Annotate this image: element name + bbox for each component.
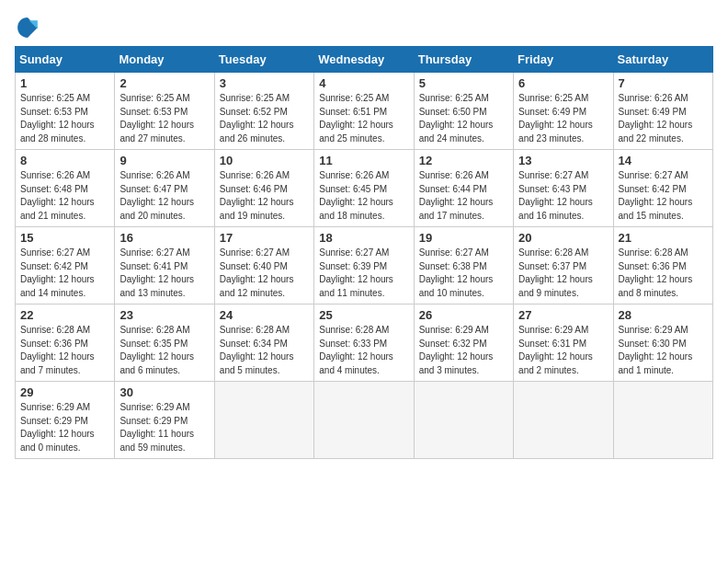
day-number: 10 [220, 154, 309, 167]
calendar-cell: 10Sunrise: 6:26 AMSunset: 6:46 PMDayligh… [214, 150, 313, 227]
calendar-cell: 22Sunrise: 6:28 AMSunset: 6:36 PMDayligh… [16, 304, 115, 382]
day-number: 5 [419, 76, 508, 90]
calendar-cell: 14Sunrise: 6:27 AMSunset: 6:42 PMDayligh… [613, 150, 712, 227]
day-number: 11 [319, 154, 408, 167]
day-number: 30 [119, 385, 209, 399]
day-number: 22 [20, 308, 109, 322]
calendar-cell: 27Sunrise: 6:29 AMSunset: 6:31 PMDayligh… [514, 304, 613, 382]
cell-content: Sunrise: 6:28 AMSunset: 6:36 PMDaylight:… [619, 247, 708, 300]
calendar-cell: 26Sunrise: 6:29 AMSunset: 6:32 PMDayligh… [414, 304, 513, 382]
week-row-2: 8Sunrise: 6:26 AMSunset: 6:48 PMDaylight… [16, 150, 713, 227]
header-sunday: Sunday [16, 47, 115, 73]
cell-content: Sunrise: 6:26 AMSunset: 6:48 PMDaylight:… [20, 169, 109, 223]
calendar-cell [613, 382, 712, 459]
cell-content: Sunrise: 6:25 AMSunset: 6:53 PMDaylight:… [119, 92, 209, 145]
calendar-table: SundayMondayTuesdayWednesdayThursdayFrid… [15, 46, 713, 459]
calendar-cell: 11Sunrise: 6:26 AMSunset: 6:45 PMDayligh… [314, 150, 414, 227]
calendar-cell: 28Sunrise: 6:29 AMSunset: 6:30 PMDayligh… [613, 304, 712, 382]
calendar-cell: 3Sunrise: 6:25 AMSunset: 6:52 PMDaylight… [214, 73, 313, 150]
header-wednesday: Wednesday [314, 47, 414, 73]
header-friday: Friday [514, 47, 613, 73]
day-number: 13 [518, 154, 608, 167]
cell-content: Sunrise: 6:27 AMSunset: 6:39 PMDaylight:… [319, 247, 408, 300]
cell-content: Sunrise: 6:25 AMSunset: 6:50 PMDaylight:… [419, 92, 508, 145]
day-number: 24 [220, 308, 309, 322]
cell-content: Sunrise: 6:27 AMSunset: 6:40 PMDaylight:… [220, 247, 309, 300]
day-number: 18 [319, 231, 408, 245]
day-number: 19 [419, 231, 508, 245]
calendar-cell: 17Sunrise: 6:27 AMSunset: 6:40 PMDayligh… [214, 227, 313, 304]
calendar-cell: 16Sunrise: 6:27 AMSunset: 6:41 PMDayligh… [115, 227, 214, 304]
calendar-cell: 30Sunrise: 6:29 AMSunset: 6:29 PMDayligh… [115, 382, 214, 459]
calendar-cell: 7Sunrise: 6:26 AMSunset: 6:49 PMDaylight… [613, 73, 712, 150]
cell-content: Sunrise: 6:25 AMSunset: 6:53 PMDaylight:… [20, 92, 109, 145]
day-number: 3 [220, 76, 309, 90]
calendar-cell [214, 382, 313, 459]
calendar-cell [414, 382, 513, 459]
page-header [15, 15, 713, 40]
calendar-cell: 15Sunrise: 6:27 AMSunset: 6:42 PMDayligh… [16, 227, 115, 304]
cell-content: Sunrise: 6:26 AMSunset: 6:44 PMDaylight:… [419, 169, 508, 223]
calendar-cell: 5Sunrise: 6:25 AMSunset: 6:50 PMDaylight… [414, 73, 513, 150]
calendar-cell: 1Sunrise: 6:25 AMSunset: 6:53 PMDaylight… [16, 73, 115, 150]
cell-content: Sunrise: 6:27 AMSunset: 6:38 PMDaylight:… [419, 247, 508, 300]
calendar-cell: 18Sunrise: 6:27 AMSunset: 6:39 PMDayligh… [314, 227, 414, 304]
cell-content: Sunrise: 6:29 AMSunset: 6:32 PMDaylight:… [419, 324, 508, 377]
calendar-cell [314, 382, 414, 459]
header-monday: Monday [115, 47, 214, 73]
day-number: 17 [220, 231, 309, 245]
day-number: 16 [119, 231, 209, 245]
cell-content: Sunrise: 6:28 AMSunset: 6:37 PMDaylight:… [518, 247, 608, 300]
week-row-5: 29Sunrise: 6:29 AMSunset: 6:29 PMDayligh… [16, 382, 713, 459]
cell-content: Sunrise: 6:26 AMSunset: 6:47 PMDaylight:… [119, 169, 209, 223]
day-number: 26 [419, 308, 508, 322]
day-number: 12 [419, 154, 508, 167]
week-row-3: 15Sunrise: 6:27 AMSunset: 6:42 PMDayligh… [16, 227, 713, 304]
calendar-cell: 8Sunrise: 6:26 AMSunset: 6:48 PMDaylight… [16, 150, 115, 227]
calendar-cell: 20Sunrise: 6:28 AMSunset: 6:37 PMDayligh… [514, 227, 613, 304]
calendar-cell: 29Sunrise: 6:29 AMSunset: 6:29 PMDayligh… [16, 382, 115, 459]
day-number: 25 [319, 308, 408, 322]
cell-content: Sunrise: 6:26 AMSunset: 6:49 PMDaylight:… [619, 92, 708, 145]
header-saturday: Saturday [613, 47, 712, 73]
day-number: 9 [119, 154, 209, 167]
day-number: 15 [20, 231, 109, 245]
cell-content: Sunrise: 6:29 AMSunset: 6:30 PMDaylight:… [619, 324, 708, 377]
day-number: 1 [20, 76, 109, 90]
logo-icon [15, 15, 40, 40]
calendar-cell: 6Sunrise: 6:25 AMSunset: 6:49 PMDaylight… [514, 73, 613, 150]
calendar-cell: 19Sunrise: 6:27 AMSunset: 6:38 PMDayligh… [414, 227, 513, 304]
calendar-cell: 25Sunrise: 6:28 AMSunset: 6:33 PMDayligh… [314, 304, 414, 382]
day-number: 7 [619, 76, 708, 90]
calendar-cell: 23Sunrise: 6:28 AMSunset: 6:35 PMDayligh… [115, 304, 214, 382]
logo [15, 15, 44, 40]
calendar-cell: 24Sunrise: 6:28 AMSunset: 6:34 PMDayligh… [214, 304, 313, 382]
cell-content: Sunrise: 6:28 AMSunset: 6:33 PMDaylight:… [319, 324, 408, 377]
cell-content: Sunrise: 6:29 AMSunset: 6:29 PMDaylight:… [20, 401, 109, 454]
cell-content: Sunrise: 6:27 AMSunset: 6:42 PMDaylight:… [619, 169, 708, 223]
day-number: 14 [619, 154, 708, 167]
cell-content: Sunrise: 6:29 AMSunset: 6:29 PMDaylight:… [119, 401, 209, 454]
week-row-4: 22Sunrise: 6:28 AMSunset: 6:36 PMDayligh… [16, 304, 713, 382]
day-number: 27 [518, 308, 608, 322]
calendar-cell: 9Sunrise: 6:26 AMSunset: 6:47 PMDaylight… [115, 150, 214, 227]
day-number: 2 [119, 76, 209, 90]
day-number: 6 [518, 76, 608, 90]
day-number: 4 [319, 76, 408, 90]
cell-content: Sunrise: 6:27 AMSunset: 6:42 PMDaylight:… [20, 247, 109, 300]
calendar-cell: 21Sunrise: 6:28 AMSunset: 6:36 PMDayligh… [613, 227, 712, 304]
cell-content: Sunrise: 6:26 AMSunset: 6:45 PMDaylight:… [319, 169, 408, 223]
calendar-cell: 2Sunrise: 6:25 AMSunset: 6:53 PMDaylight… [115, 73, 214, 150]
cell-content: Sunrise: 6:25 AMSunset: 6:49 PMDaylight:… [518, 92, 608, 145]
day-number: 20 [518, 231, 608, 245]
cell-content: Sunrise: 6:25 AMSunset: 6:52 PMDaylight:… [220, 92, 309, 145]
day-number: 21 [619, 231, 708, 245]
calendar-cell: 12Sunrise: 6:26 AMSunset: 6:44 PMDayligh… [414, 150, 513, 227]
calendar-cell: 4Sunrise: 6:25 AMSunset: 6:51 PMDaylight… [314, 73, 414, 150]
cell-content: Sunrise: 6:27 AMSunset: 6:43 PMDaylight:… [518, 169, 608, 223]
week-row-1: 1Sunrise: 6:25 AMSunset: 6:53 PMDaylight… [16, 73, 713, 150]
cell-content: Sunrise: 6:28 AMSunset: 6:34 PMDaylight:… [220, 324, 309, 377]
calendar-cell [514, 382, 613, 459]
cell-content: Sunrise: 6:27 AMSunset: 6:41 PMDaylight:… [119, 247, 209, 300]
day-number: 23 [119, 308, 209, 322]
